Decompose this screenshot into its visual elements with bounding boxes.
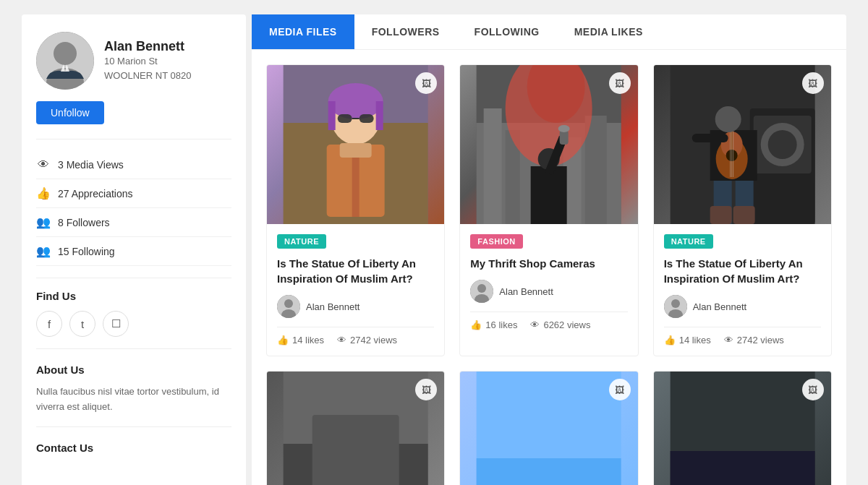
- view-icon-3: 👁: [724, 335, 733, 345]
- thumbs-up-icon: 👍: [36, 186, 51, 200]
- contact-section: Contact Us: [36, 442, 231, 454]
- card-2-badge: FASHION: [470, 234, 522, 249]
- media-card-1: 🖼 NATURE Is The Statue Of Liberty An Ins…: [266, 64, 445, 356]
- eye-icon: 👁: [36, 158, 51, 171]
- svg-rect-7: [328, 101, 336, 130]
- social-icons-row: f t ☐: [36, 311, 231, 337]
- card-1-meta: 👍 14 likes 👁 2742 views: [277, 327, 434, 345]
- stat-followers-label: 8 Followers: [58, 217, 110, 228]
- profile-section: Alan Bennett 10 Marion St WOOLNER NT 082…: [36, 32, 231, 124]
- media-grid: 🖼 NATURE Is The Statue Of Liberty An Ins…: [252, 50, 846, 485]
- card-6-image: 🖼: [654, 372, 831, 485]
- like-icon-1: 👍: [277, 335, 289, 345]
- card-3-likes: 👍 14 likes: [664, 335, 711, 345]
- card-2-title: My Thrift Shop Cameras: [470, 256, 627, 271]
- facebook-icon: f: [48, 318, 51, 330]
- svg-rect-14: [340, 143, 372, 158]
- media-card-5: 🖼: [459, 371, 638, 485]
- card-1-likes: 👍 14 likes: [277, 335, 324, 345]
- tab-media-likes[interactable]: Media Likes: [557, 14, 660, 49]
- card-1-views-count: 2742 views: [350, 335, 397, 345]
- svg-rect-9: [338, 114, 352, 123]
- page-container: Alan Bennett 10 Marion St WOOLNER NT 082…: [22, 14, 846, 485]
- image-icon-5: 🖼: [615, 385, 624, 395]
- view-icon-1: 👁: [337, 335, 346, 345]
- svg-point-6: [328, 83, 383, 119]
- card-3-views-count: 2742 views: [737, 335, 784, 345]
- divider-2: [36, 278, 231, 278]
- image-icon-3: 🖼: [808, 78, 817, 89]
- svg-rect-63: [670, 451, 814, 485]
- twitter-button[interactable]: t: [69, 311, 95, 337]
- card-1-likes-count: 14 likes: [292, 335, 324, 345]
- avatar-image: [36, 32, 94, 90]
- card-3-badge: NATURE: [664, 234, 713, 249]
- stat-followers: 👥 8 Followers: [36, 208, 231, 237]
- unfollow-button[interactable]: Unfollow: [36, 101, 104, 124]
- card-6-media-icon: 🖼: [802, 379, 824, 400]
- svg-point-16: [284, 299, 293, 308]
- facebook-button[interactable]: f: [36, 311, 62, 337]
- svg-rect-20: [484, 108, 502, 224]
- main-content: Media Files Followers Following Media Li…: [252, 14, 846, 485]
- svg-rect-8: [376, 101, 383, 130]
- card-3-image: 🖼: [654, 65, 831, 224]
- divider-4: [36, 426, 231, 427]
- card-2-author-avatar: [470, 280, 493, 303]
- media-card-6: 🖼: [653, 371, 832, 485]
- card-1-body: NATURE Is The Statue Of Liberty An Inspi…: [267, 224, 444, 356]
- tab-media-files[interactable]: Media Files: [252, 14, 354, 49]
- image-icon-2: 🖼: [615, 78, 624, 89]
- card-3-media-icon: 🖼: [802, 72, 824, 94]
- profile-address2: WOOLNER NT 0820: [104, 69, 191, 83]
- svg-rect-42: [733, 206, 754, 224]
- card-2-views: 👁 6262 views: [530, 319, 590, 330]
- stat-media-views-label: 3 Media Views: [58, 159, 124, 171]
- card-5-media-icon: 🖼: [609, 379, 631, 400]
- tab-followers[interactable]: Followers: [354, 14, 457, 49]
- profile-name: Alan Bennett: [104, 39, 191, 54]
- instagram-button[interactable]: ☐: [103, 311, 129, 337]
- card-1-views: 👁 2742 views: [337, 335, 397, 345]
- stat-media-views: 👁 3 Media Views: [36, 151, 231, 179]
- svg-point-51: [715, 106, 741, 132]
- card-1-author-avatar: [277, 295, 300, 318]
- like-icon-2: 👍: [470, 319, 482, 330]
- card-2-avatar-img: [470, 280, 493, 303]
- card-1-image: 🖼: [267, 65, 444, 224]
- card-1-avatar-img: [277, 295, 300, 318]
- svg-point-54: [671, 299, 680, 308]
- card-3-meta: 👍 14 likes 👁 2742 views: [664, 327, 821, 345]
- about-text: Nulla faucibus nisl vitae tortor vestibu…: [36, 385, 231, 415]
- card-3-likes-count: 14 likes: [679, 335, 711, 345]
- card-2-author-name: Alan Bennett: [499, 286, 553, 297]
- svg-rect-60: [477, 458, 621, 485]
- card-4-image: 🖼: [267, 372, 444, 485]
- card-1-author-row: Alan Bennett: [277, 295, 434, 318]
- svg-rect-52: [692, 134, 728, 142]
- media-card-3: 🖼 NATURE Is The Statue Of Liberty An Ins…: [653, 64, 832, 356]
- card-2-views-count: 6262 views: [543, 319, 590, 330]
- find-us-title: Find Us: [36, 290, 231, 302]
- image-icon: 🖼: [422, 78, 431, 89]
- stat-following: 👥 15 Following: [36, 237, 231, 266]
- svg-point-38: [767, 130, 796, 159]
- image-icon-4: 🖼: [422, 385, 431, 395]
- card-5-image: 🖼: [460, 372, 637, 485]
- divider-1: [36, 139, 231, 140]
- avatar: [36, 32, 94, 90]
- card-3-title: Is The Statue Of Liberty An Inspiration …: [664, 256, 821, 286]
- instagram-icon: ☐: [111, 317, 121, 330]
- card-2-body: FASHION My Thrift Shop Cameras Alan Benn…: [460, 224, 637, 340]
- card-3-author-avatar: [664, 295, 687, 318]
- tab-following[interactable]: Following: [457, 14, 557, 49]
- twitter-icon: t: [81, 318, 84, 330]
- sidebar: Alan Bennett 10 Marion St WOOLNER NT 082…: [22, 14, 246, 485]
- svg-rect-41: [710, 206, 731, 224]
- stat-appreciations-label: 27 Appreciations: [58, 188, 133, 199]
- view-icon-2: 👁: [530, 319, 540, 330]
- contact-title: Contact Us: [36, 442, 231, 454]
- stat-appreciations: 👍 27 Appreciations: [36, 179, 231, 208]
- image-icon-6: 🖼: [808, 385, 817, 395]
- card-2-likes-count: 16 likes: [485, 319, 517, 330]
